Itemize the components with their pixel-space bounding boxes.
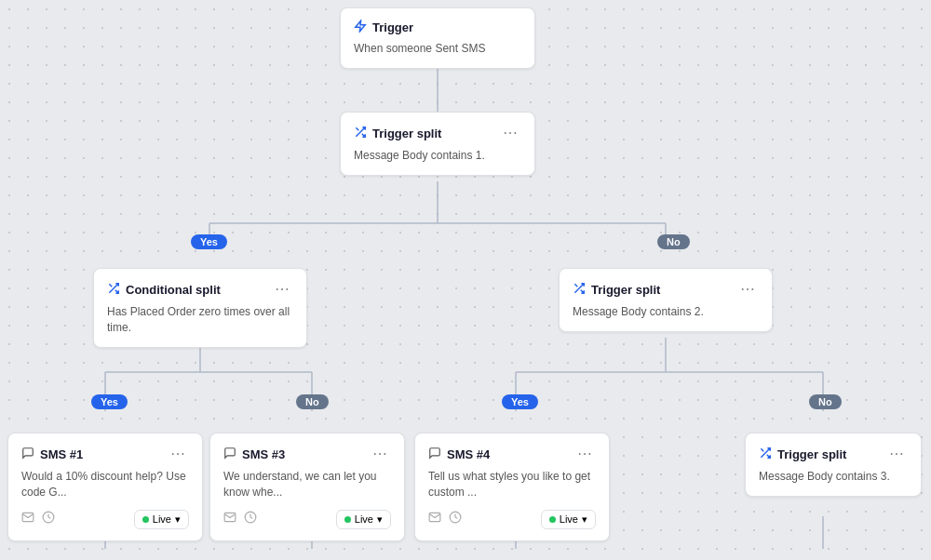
trigger-split-3-card: Trigger split ⋯ Message Body contains 3. [745, 433, 922, 497]
split-icon-3 [573, 282, 586, 298]
sms-4-card: SMS #4 ⋯ Tell us what styles you like to… [414, 433, 610, 541]
live-dot-3 [344, 516, 351, 523]
sms-4-title: SMS #4 [428, 447, 490, 462]
trigger-split-1-header: Trigger split ⋯ [354, 124, 521, 142]
sms-3-footer: Live ▾ [223, 510, 391, 529]
badge-no-1: No [657, 234, 690, 249]
badge-no-3: No [809, 394, 842, 409]
trigger-split-2-title: Trigger split [573, 282, 660, 298]
sms-1-icons [21, 511, 55, 527]
sms-3-icons [223, 511, 257, 527]
live-dot-1 [142, 516, 149, 523]
sms-3-body: We understand, we can let you know whe..… [223, 469, 391, 500]
trigger-split-3-menu[interactable]: ⋯ [885, 445, 908, 463]
split-icon-4 [759, 447, 772, 462]
sms-4-live-btn[interactable]: Live ▾ [541, 510, 596, 529]
sms-4-header: SMS #4 ⋯ [428, 445, 596, 463]
sms-3-menu[interactable]: ⋯ [369, 445, 391, 463]
chevron-down-icon-4: ▾ [582, 513, 587, 526]
sms-4-body: Tell us what styles you like to get cust… [428, 469, 596, 500]
trigger-split-1-title: Trigger split [354, 126, 441, 141]
trigger-split-3-title: Trigger split [759, 447, 846, 462]
sms-3-header: SMS #3 ⋯ [223, 445, 391, 463]
badge-yes-2: Yes [91, 394, 128, 409]
sms-3-card: SMS #3 ⋯ We understand, we can let you k… [209, 433, 405, 541]
trigger-card: Trigger When someone Sent SMS [340, 7, 535, 69]
sms-1-header: SMS #1 ⋯ [21, 445, 189, 463]
sms-4-icons [428, 511, 462, 527]
envelope-icon-1 [21, 511, 34, 527]
sms-1-title: SMS #1 [21, 447, 83, 462]
trigger-split-2-body: Message Body contains 2. [573, 304, 759, 320]
trigger-split-1-card: Trigger split ⋯ Message Body contains 1. [340, 112, 535, 176]
sms-3-live-btn[interactable]: Live ▾ [336, 510, 391, 529]
clock-icon-1 [42, 511, 55, 527]
sms-1-card: SMS #1 ⋯ Would a 10% discount help? Use … [7, 433, 203, 541]
trigger-split-3-header: Trigger split ⋯ [759, 445, 908, 463]
trigger-split-2-menu[interactable]: ⋯ [736, 280, 759, 299]
svg-marker-17 [356, 20, 366, 32]
split-icon-2 [107, 282, 120, 298]
sms-4-footer: Live ▾ [428, 510, 596, 529]
sms-1-footer: Live ▾ [21, 510, 189, 529]
bolt-icon [354, 20, 367, 35]
flow-canvas: Yes No Yes No Yes No Trigger When someon… [0, 0, 931, 560]
chevron-down-icon-3: ▾ [377, 513, 383, 526]
sms-1-menu[interactable]: ⋯ [167, 445, 189, 463]
trigger-split-1-body: Message Body contains 1. [354, 148, 521, 164]
conditional-split-body: Has Placed Order zero times over all tim… [107, 304, 293, 336]
conditional-split-header: Conditional split ⋯ [107, 280, 293, 299]
envelope-icon-4 [428, 511, 441, 527]
sms-1-live-btn[interactable]: Live ▾ [134, 510, 189, 529]
trigger-card-title: Trigger [354, 20, 413, 35]
trigger-split-3-body: Message Body contains 3. [759, 469, 908, 485]
trigger-split-2-card: Trigger split ⋯ Message Body contains 2. [559, 268, 773, 332]
live-dot-4 [549, 516, 556, 523]
conditional-split-title: Conditional split [107, 282, 221, 298]
clock-icon-3 [244, 511, 257, 527]
conditional-split-menu[interactable]: ⋯ [271, 280, 293, 299]
trigger-split-2-header: Trigger split ⋯ [573, 280, 759, 299]
badge-yes-1: Yes [191, 234, 227, 249]
split-icon-1 [354, 126, 367, 141]
sms-1-body: Would a 10% discount help? Use code G... [21, 469, 189, 500]
envelope-icon-3 [223, 511, 236, 527]
sms-4-icon [428, 447, 441, 462]
sms-1-icon [21, 447, 34, 462]
clock-icon-4 [449, 511, 462, 527]
sms-4-menu[interactable]: ⋯ [573, 445, 596, 463]
chevron-down-icon-1: ▾ [175, 513, 181, 526]
badge-yes-3: Yes [502, 394, 538, 409]
trigger-body: When someone Sent SMS [354, 41, 521, 57]
sms-3-icon [223, 447, 236, 462]
conditional-split-card: Conditional split ⋯ Has Placed Order zer… [93, 268, 307, 348]
sms-3-title: SMS #3 [223, 447, 285, 462]
trigger-split-1-menu[interactable]: ⋯ [499, 124, 521, 142]
trigger-card-header: Trigger [354, 20, 521, 35]
badge-no-2: No [296, 394, 329, 409]
